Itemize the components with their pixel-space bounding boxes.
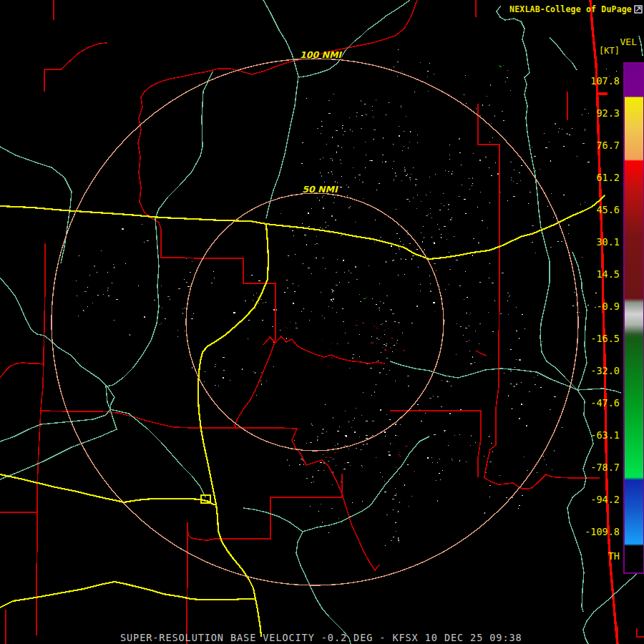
product-caption: SUPER-RESOLUTION BASE VELOCITY -0.2 DEG … xyxy=(120,632,522,643)
range-ring-label-100nmi: 100 NMI xyxy=(300,49,341,60)
nexlab-brand-link[interactable]: NEXLAB-College of DuPage xyxy=(509,4,643,14)
range-ring-label-50nmi: 50 NMI xyxy=(302,184,337,195)
external-link-icon xyxy=(634,5,643,14)
highways xyxy=(0,195,605,637)
colorbar-units: [KT] xyxy=(599,46,620,56)
rivers-roads xyxy=(0,0,644,644)
county-borders xyxy=(0,0,644,644)
radar-display: 100 NMI 50 NMI NEXLAB-College of DuPage … xyxy=(0,0,644,644)
colorbar-title: VEL xyxy=(620,36,637,47)
state-line xyxy=(590,0,618,644)
brand-text: NEXLAB-College of DuPage xyxy=(509,4,632,14)
velocity-colorbar xyxy=(623,62,644,574)
radar-map xyxy=(0,0,644,644)
